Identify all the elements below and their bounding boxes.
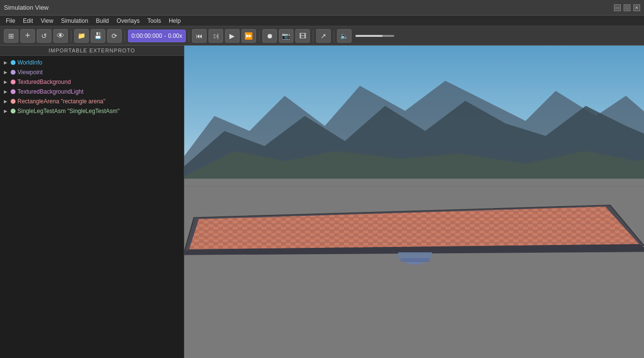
toolbar: ⊞ + ↺ 👁 📁 💾 ⟳ 0:00:00:000 - 0.00x ⏮ ▷| ▶… xyxy=(0,26,644,46)
close-button[interactable]: ✕ xyxy=(633,4,640,11)
tree-dot-texturedbglight xyxy=(11,89,16,94)
menu-simulation[interactable]: Simulation xyxy=(57,16,92,25)
time-display: 0:00:00:000 - 0.00x xyxy=(128,30,186,42)
share-button[interactable]: ↗ xyxy=(316,29,331,43)
toolbar-separator-6 xyxy=(334,30,334,42)
svg-marker-10 xyxy=(189,207,639,249)
open-button[interactable]: 📁 xyxy=(74,29,89,43)
view-button[interactable]: 👁 xyxy=(53,29,68,43)
menu-tools[interactable]: Tools xyxy=(144,16,165,25)
menu-bar: File Edit View Simulation Build Overlays… xyxy=(0,16,644,26)
app-title: Simulation View xyxy=(4,4,48,11)
extern-proto-header: IMPORTABLE EXTERNPROTO xyxy=(0,46,184,56)
camera-button[interactable]: 📷 xyxy=(279,29,293,43)
step-button[interactable]: ▷| xyxy=(209,29,223,43)
tree-item-texturedbglight[interactable]: ▶ TexturedBackgroundLight xyxy=(0,87,184,97)
tree-dot-worldinfo xyxy=(11,60,16,65)
film-button[interactable]: 🎞 xyxy=(295,29,310,43)
robot-object xyxy=(396,250,435,264)
left-panel: IMPORTABLE EXTERNPROTO ▶ WorldInfo ▶ Vie… xyxy=(0,46,184,358)
tree-item-texturedbg[interactable]: ▶ TexturedBackground xyxy=(0,77,184,87)
menu-edit[interactable]: Edit xyxy=(19,16,37,25)
skip-start-button[interactable]: ⏮ xyxy=(192,29,207,43)
menu-help[interactable]: Help xyxy=(165,16,185,25)
svg-rect-14 xyxy=(408,262,422,264)
tree-dot-texturedbg xyxy=(11,80,16,84)
tree-arrow-singlelegtestasm: ▶ xyxy=(4,109,9,114)
tree-arrow-rectanglearena: ▶ xyxy=(4,99,9,104)
toolbar-separator-4 xyxy=(259,30,259,42)
tree-dot-singlelegtestasm xyxy=(11,109,16,114)
tree-label-singlelegtestasm: SingleLegTestAsm "SingleLegTestAsm" xyxy=(17,108,120,114)
add-button[interactable]: + xyxy=(20,29,35,43)
tree-arrow-texturedbglight: ▶ xyxy=(4,89,9,94)
maximize-button[interactable]: □ xyxy=(624,4,630,11)
panel-toggle-button[interactable]: ⊞ xyxy=(4,29,18,43)
title-bar-controls[interactable]: — □ ✕ xyxy=(614,4,640,11)
mute-button[interactable]: 🔈 xyxy=(337,29,352,43)
record-button[interactable]: ⏺ xyxy=(262,29,277,43)
tree-label-viewpoint: Viewpoint xyxy=(17,69,43,76)
time-value: 0:00:00:000 xyxy=(131,33,162,39)
fast-forward-button[interactable]: ⏩ xyxy=(242,29,256,43)
volume-slider-container[interactable] xyxy=(355,35,394,37)
svg-rect-13 xyxy=(401,258,430,262)
scene-tree: ▶ WorldInfo ▶ Viewpoint ▶ TexturedBackgr… xyxy=(0,56,184,358)
minimize-button[interactable]: — xyxy=(614,4,621,11)
toolbar-separator-2 xyxy=(125,30,125,42)
toolbar-separator-1 xyxy=(71,30,71,42)
arena-platform xyxy=(184,164,644,290)
reset-view-button[interactable]: ↺ xyxy=(37,29,51,43)
viewport[interactable] xyxy=(184,46,644,358)
title-bar: Simulation View — □ ✕ xyxy=(0,0,644,16)
tree-label-rectanglearena: RectangleArena "rectangle arena" xyxy=(17,98,105,105)
tree-label-texturedbg: TexturedBackground xyxy=(17,79,71,85)
tree-label-worldinfo: WorldInfo xyxy=(17,59,42,66)
tree-arrow-worldinfo: ▶ xyxy=(4,60,9,65)
time-separator: - xyxy=(164,33,166,39)
speed-value: 0.00x xyxy=(168,33,182,39)
svg-rect-12 xyxy=(398,252,432,258)
tree-item-worldinfo[interactable]: ▶ WorldInfo xyxy=(0,58,184,67)
tree-dot-viewpoint xyxy=(11,70,16,75)
volume-track[interactable] xyxy=(355,35,394,37)
tree-arrow-viewpoint: ▶ xyxy=(4,70,9,75)
menu-overlays[interactable]: Overlays xyxy=(113,16,144,25)
tree-arrow-texturedbg: ▶ xyxy=(4,80,9,84)
volume-fill xyxy=(355,35,383,37)
menu-build[interactable]: Build xyxy=(92,16,113,25)
menu-view[interactable]: View xyxy=(37,16,57,25)
tree-label-texturedbglight: TexturedBackgroundLight xyxy=(17,88,83,95)
menu-file[interactable]: File xyxy=(2,16,19,25)
play-button[interactable]: ▶ xyxy=(225,29,240,43)
main-content: IMPORTABLE EXTERNPROTO ▶ WorldInfo ▶ Vie… xyxy=(0,46,644,358)
tree-item-singlelegtestasm[interactable]: ▶ SingleLegTestAsm "SingleLegTestAsm" xyxy=(0,106,184,116)
tree-dot-rectanglearena xyxy=(11,99,16,104)
toolbar-separator-3 xyxy=(189,30,189,42)
toolbar-separator-5 xyxy=(313,30,313,42)
tree-item-viewpoint[interactable]: ▶ Viewpoint xyxy=(0,67,184,77)
save-button[interactable]: 💾 xyxy=(91,29,105,43)
tree-item-rectanglearena[interactable]: ▶ RectangleArena "rectangle arena" xyxy=(0,97,184,106)
reload-button[interactable]: ⟳ xyxy=(107,29,122,43)
title-bar-left: Simulation View xyxy=(4,4,48,11)
arena-svg xyxy=(184,164,644,290)
